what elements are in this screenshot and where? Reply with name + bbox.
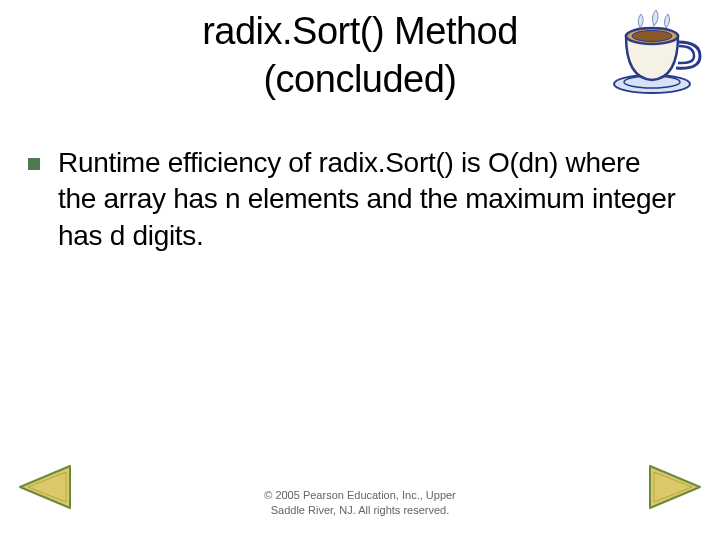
title-line-2: (concluded) <box>263 58 456 100</box>
copyright-line-1: © 2005 Pearson Education, Inc., Upper <box>264 489 456 501</box>
bullet-text: Runtime efficiency of radix.Sort() is O(… <box>58 145 680 254</box>
bullet-item: Runtime efficiency of radix.Sort() is O(… <box>0 103 720 254</box>
copyright-line-2: Saddle River, NJ. All rights reserved. <box>271 504 450 516</box>
title-line-1: radix.Sort() Method <box>202 10 518 52</box>
bullet-square-icon <box>28 158 40 170</box>
svg-point-3 <box>632 31 672 42</box>
coffee-cup-icon <box>606 8 706 98</box>
copyright-notice: © 2005 Pearson Education, Inc., Upper Sa… <box>0 488 720 518</box>
